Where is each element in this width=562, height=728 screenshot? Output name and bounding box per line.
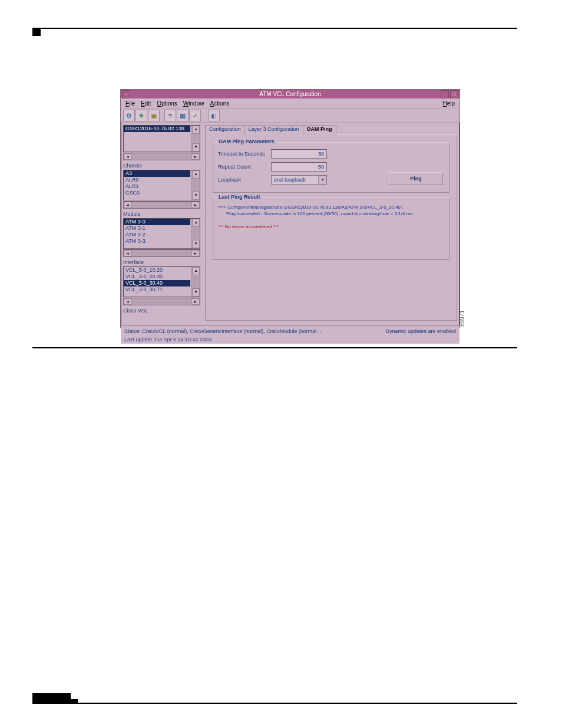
scrollbar[interactable]: ▴▾	[191, 267, 200, 297]
timeout-label: Timeout In Seconds	[218, 151, 271, 157]
window-menu-icon[interactable]: -	[122, 90, 130, 98]
module-label: Module	[123, 211, 200, 217]
menu-help[interactable]: Help	[440, 100, 457, 107]
list-item[interactable]: ATM 3-0	[124, 219, 190, 225]
loopback-label: Loopback	[218, 177, 271, 183]
last-update-bar: Last update Tue Apr 8 14:10:42 2003	[121, 336, 459, 344]
toolbar-btn-5[interactable]: ▦	[177, 110, 189, 121]
tab-area: Configuration Layer 3 Configuration OAM …	[203, 123, 459, 325]
oam-ping-parameters-group: OAM Ping Parameters Timeout In Seconds 3…	[213, 142, 449, 193]
scrollbar[interactable]: ▴▾	[191, 219, 200, 248]
list-item[interactable]: VCL_3-0_30.71	[124, 286, 190, 293]
menu-window[interactable]: Window	[181, 100, 207, 107]
repeat-field[interactable]: 50	[271, 162, 327, 172]
loopback-combo[interactable]: end-loopback ▾	[271, 175, 327, 185]
list-item[interactable]: VCL_3-0_30.40	[124, 280, 190, 286]
toolbar-btn-2[interactable]: ❖	[135, 110, 147, 121]
toolbar: ⚙ ❖ ▣ ≡ ▦ ✓ ◐	[121, 108, 459, 123]
list-item[interactable]: ATM 3-3	[124, 238, 190, 245]
list-item[interactable]: A3	[124, 170, 190, 177]
toolbar-btn-6[interactable]: ✓	[189, 110, 201, 121]
ping-result-text: ==> ComponentManaged:/Site-1/GSR12016-10…	[218, 204, 444, 230]
scrollbar[interactable]: ◂▸	[123, 153, 200, 160]
tab-body: OAM Ping Parameters Timeout In Seconds 3…	[205, 134, 457, 321]
interface-listbox[interactable]: VCL_3-0_10.20 VCL_3-0_20.30 VCL_3-0_30.4…	[123, 266, 200, 297]
chassis-listbox[interactable]: A3 ALR0 ALR1 CSC0 ▴▾	[123, 170, 200, 200]
tab-oam-ping[interactable]: OAM Ping	[303, 125, 336, 135]
scrollbar[interactable]: ◂▸	[123, 201, 200, 209]
menubar: FFileile Edit Options Window Actions Hel…	[121, 98, 459, 108]
minimize-icon[interactable]: ·	[441, 90, 449, 98]
list-item[interactable]: GSR12016-10.76.82.138	[124, 126, 190, 132]
chassis-label: Chassis	[123, 163, 200, 169]
menu-actions[interactable]: Actions	[207, 100, 232, 107]
menu-file[interactable]: FFileile	[123, 100, 137, 107]
list-item[interactable]: ATM 3-1	[124, 225, 190, 232]
toolbar-btn-4[interactable]: ≡	[164, 110, 176, 121]
tab-layer3[interactable]: Layer 3 Configuration	[244, 125, 303, 135]
toolbar-btn-1[interactable]: ⚙	[123, 110, 135, 121]
scrollbar[interactable]: ▴▾	[191, 126, 200, 151]
window-title: ATM VCL Configuration	[259, 91, 321, 97]
status-text: Status: CiscoVCL (normal), CiscoGenericI…	[124, 328, 322, 334]
status-bar: Status: CiscoVCL (normal), CiscoGenericI…	[121, 325, 459, 336]
titlebar[interactable]: - ATM VCL Configuration · □	[121, 90, 459, 98]
menu-options[interactable]: Options	[154, 100, 179, 107]
list-item[interactable]: ALR0	[124, 177, 190, 183]
list-item[interactable]: VCL_3-0_20.30	[124, 274, 190, 280]
chevron-down-icon[interactable]: ▾	[318, 176, 326, 184]
toolbar-btn-7[interactable]: ◐	[208, 110, 220, 121]
list-item[interactable]: ATM 3-2	[124, 232, 190, 238]
ping-button[interactable]: Ping	[389, 172, 443, 185]
interface-label: Interface	[123, 259, 200, 265]
cisco-vcl-label: Cisco VCL	[123, 308, 200, 314]
repeat-label: Repeat Count	[218, 164, 271, 170]
device-listbox[interactable]: GSR12016-10.76.82.138 ▴▾	[123, 125, 200, 152]
maximize-icon[interactable]: □	[450, 90, 458, 98]
navigation-pane: GSR12016-10.76.82.138 ▴▾ ◂▸ Chassis A3 A…	[121, 123, 203, 325]
toolbar-btn-3[interactable]: ▣	[148, 110, 160, 121]
atm-vcl-config-window: - ATM VCL Configuration · □ FFileile Edi…	[120, 89, 460, 328]
scrollbar[interactable]: ◂▸	[123, 298, 200, 305]
list-item[interactable]: CSC0	[124, 190, 190, 196]
scrollbar[interactable]: ◂▸	[123, 249, 200, 257]
menu-edit[interactable]: Edit	[138, 100, 153, 107]
dynamic-updates-text: Dynamic updates are enabled	[385, 328, 456, 334]
last-ping-result-group: Last Ping Result ==> ComponentManaged:/S…	[213, 197, 449, 260]
tab-configuration[interactable]: Configuration	[205, 125, 245, 135]
module-listbox[interactable]: ATM 3-0 ATM 3-1 ATM 3-2 ATM 3-3 ▴▾	[123, 218, 200, 249]
list-item[interactable]: ALR1	[124, 183, 190, 190]
scrollbar[interactable]: ▴▾	[191, 170, 200, 200]
list-item[interactable]: VCL_3-0_10.20	[124, 267, 190, 274]
timeout-field[interactable]: 30	[271, 149, 327, 159]
